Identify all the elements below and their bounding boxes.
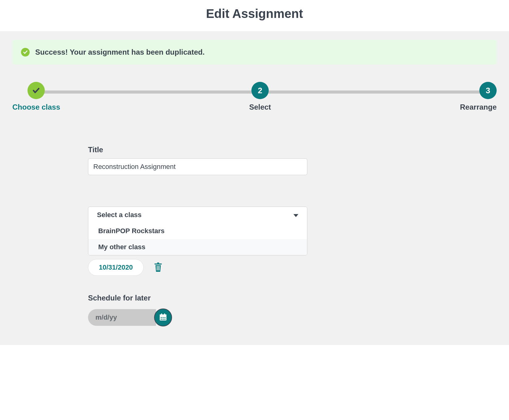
step-3-circle: 3 <box>479 82 497 99</box>
schedule-label: Schedule for later <box>88 294 310 302</box>
step-1[interactable]: Choose class <box>12 82 60 111</box>
step-2-label: Select <box>249 103 271 111</box>
page-title: Edit Assignment <box>0 7 509 21</box>
due-date-row: 10/31/2020 <box>88 259 310 276</box>
success-alert-text: Success! Your assignment has been duplic… <box>35 48 205 57</box>
success-alert: Success! Your assignment has been duplic… <box>12 40 497 65</box>
step-3[interactable]: 3 Rearrange <box>460 82 497 111</box>
svg-rect-2 <box>154 263 162 264</box>
schedule-block: Schedule for later <box>88 294 310 326</box>
class-select-placeholder: Select a class <box>97 211 141 219</box>
svg-rect-5 <box>159 266 160 270</box>
svg-rect-14 <box>162 319 163 320</box>
svg-rect-15 <box>164 319 165 320</box>
svg-rect-11 <box>162 317 163 318</box>
success-check-icon <box>21 48 30 57</box>
step-1-label: Choose class <box>12 103 60 111</box>
trash-icon <box>154 268 162 273</box>
svg-marker-0 <box>293 214 298 217</box>
svg-rect-13 <box>161 319 162 320</box>
svg-rect-1 <box>157 262 159 263</box>
class-select[interactable]: Select a class BrainPOP Rockstars My oth… <box>88 207 307 255</box>
svg-rect-10 <box>161 317 162 318</box>
chevron-down-icon <box>293 211 298 219</box>
page-header: Edit Assignment <box>0 0 509 31</box>
schedule-row <box>88 309 310 326</box>
stepper: Choose class 2 Select 3 Rearrange <box>12 82 497 111</box>
delete-due-date-button[interactable] <box>152 261 164 275</box>
open-calendar-button[interactable] <box>154 309 172 326</box>
class-option-1[interactable]: My other class <box>88 239 307 255</box>
step-1-circle <box>27 82 45 99</box>
step-3-label: Rearrange <box>460 103 497 111</box>
schedule-date-input[interactable] <box>88 309 156 326</box>
class-select-header[interactable]: Select a class <box>88 207 307 223</box>
svg-rect-12 <box>164 317 165 318</box>
main-panel: Success! Your assignment has been duplic… <box>0 31 509 345</box>
step-2-circle: 2 <box>251 82 269 99</box>
title-input[interactable] <box>88 158 307 175</box>
title-label: Title <box>88 145 310 154</box>
form: Title Select a class BrainPOP Rockstars … <box>88 145 310 326</box>
svg-rect-3 <box>157 266 157 270</box>
calendar-icon <box>159 313 167 322</box>
step-2[interactable]: 2 Select <box>248 82 272 111</box>
svg-rect-8 <box>161 313 162 315</box>
class-option-0[interactable]: BrainPOP Rockstars <box>88 223 307 239</box>
due-date-chip[interactable]: 10/31/2020 <box>88 259 144 276</box>
svg-rect-7 <box>160 314 166 316</box>
svg-rect-4 <box>158 266 158 270</box>
svg-rect-9 <box>164 313 165 315</box>
